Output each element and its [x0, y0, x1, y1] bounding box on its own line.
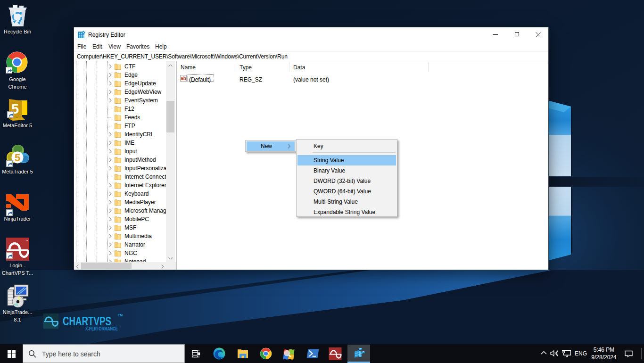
svg-text:™: ™: [25, 239, 28, 242]
svg-text:ab: ab: [181, 76, 186, 81]
svg-text:5: 5: [15, 152, 20, 164]
